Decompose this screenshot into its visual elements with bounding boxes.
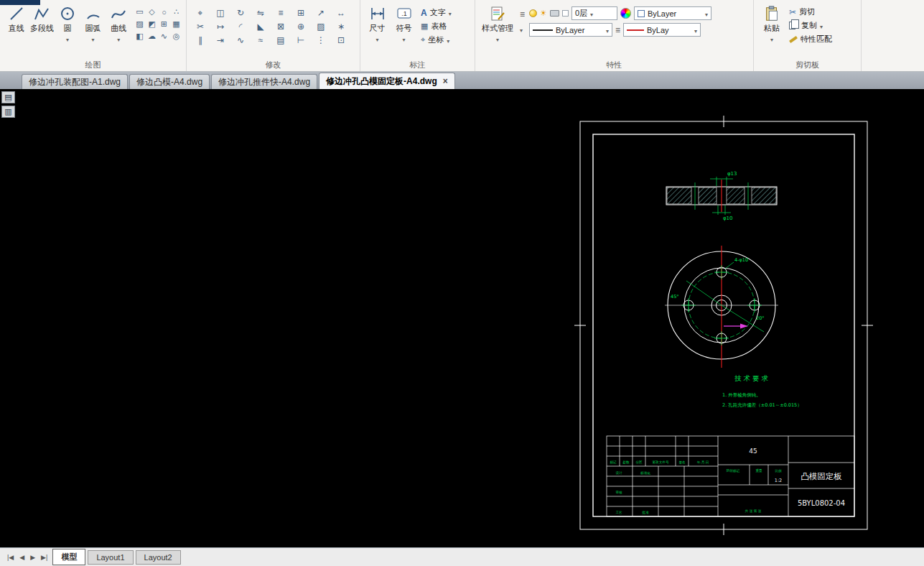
next-sheet-button[interactable]: ▶: [27, 554, 38, 561]
ribbon-group-label-annotate: 标注: [360, 60, 475, 70]
layer-lock-icon[interactable]: [562, 10, 569, 17]
rectangle-icon[interactable]: ▭: [134, 6, 146, 18]
spline-edit-icon[interactable]: ≈: [251, 33, 271, 47]
spline-tool-button[interactable]: 曲线: [106, 2, 131, 43]
table-tool-button[interactable]: ▦ 表格: [421, 21, 452, 32]
trim-icon[interactable]: ✂: [190, 19, 210, 33]
coordinate-tool-button[interactable]: ⌖ 坐标: [421, 34, 452, 45]
erase-icon[interactable]: ▨: [311, 19, 331, 33]
chevron-down-icon[interactable]: [402, 34, 405, 43]
symbol-icon: .1: [396, 5, 413, 22]
title-block-tool-icon[interactable]: ▥: [1, 106, 15, 118]
sketch-icon[interactable]: ∿: [158, 30, 170, 42]
join-icon[interactable]: ⊕: [291, 19, 311, 33]
move-icon[interactable]: ⌖: [190, 6, 210, 19]
measure-icon[interactable]: ⊢: [291, 33, 311, 47]
copy-button[interactable]: 复制: [789, 20, 832, 31]
region-icon[interactable]: ◧: [134, 30, 146, 42]
hatch-edit-icon[interactable]: ▤: [271, 33, 291, 47]
sheet-tab-layout2[interactable]: Layout2: [136, 550, 181, 565]
polyline-edit-icon[interactable]: ∿: [230, 33, 251, 47]
align-icon[interactable]: ∥: [190, 33, 210, 47]
object-properties-icon[interactable]: ≡: [520, 9, 525, 19]
mirror-icon[interactable]: ⇋: [251, 6, 271, 19]
layer-select[interactable]: 0层: [571, 6, 617, 20]
chevron-down-icon[interactable]: [496, 34, 499, 43]
line-tool-button[interactable]: 直线: [4, 2, 29, 34]
explode-icon[interactable]: ∗: [331, 19, 351, 33]
ellipse-icon[interactable]: ○: [158, 6, 170, 18]
stretch-icon[interactable]: ↔: [331, 6, 351, 19]
paste-button[interactable]: 粘贴: [757, 2, 786, 43]
rev-header-2: 处数: [622, 460, 630, 465]
hatch-icon[interactable]: ▨: [134, 18, 146, 30]
chevron-down-icon[interactable]: [375, 34, 378, 43]
cut-button[interactable]: ✂ 剪切: [789, 6, 832, 17]
chevron-down-icon[interactable]: [117, 34, 120, 43]
style-manager-button[interactable]: 样式管理: [479, 2, 516, 43]
sheet-tab-layout1[interactable]: Layout1: [88, 550, 133, 565]
linetype-sample: [533, 29, 553, 31]
drawing-canvas[interactable]: ▤▥: [0, 89, 924, 547]
chevron-down-icon[interactable]: [520, 22, 525, 35]
table-icon[interactable]: ▦: [170, 18, 182, 30]
text-tool-button[interactable]: A 文字: [421, 7, 452, 18]
array-icon[interactable]: ⊞: [291, 6, 311, 19]
color-select[interactable]: ByLayer: [634, 6, 711, 20]
color-wheel-icon[interactable]: [620, 8, 631, 19]
group-icon[interactable]: ⊡: [331, 33, 351, 47]
copy-label: 复制: [801, 20, 817, 31]
chevron-down-icon[interactable]: [447, 36, 449, 45]
paper-setup-icon[interactable]: ▤: [1, 91, 15, 103]
layer-on-icon[interactable]: [529, 9, 537, 17]
file-tab[interactable]: 修边冲孔推件快-A4.dwg: [211, 74, 317, 89]
file-tab-active[interactable]: 修边冲孔凸模固定板-A4.dwg ×: [319, 73, 455, 89]
match-properties-button[interactable]: 特性匹配: [789, 34, 832, 45]
polyline-tool-button[interactable]: 多段线: [29, 2, 55, 34]
chevron-down-icon[interactable]: [449, 9, 452, 17]
chevron-down-icon[interactable]: [66, 34, 69, 43]
polygon-icon[interactable]: ◇: [146, 6, 158, 18]
copy-icon[interactable]: ◫: [210, 6, 230, 19]
circle-tool-label: 圆: [63, 23, 71, 34]
arc-tool-button[interactable]: 圆弧: [80, 2, 106, 43]
chamfer-icon[interactable]: ◣: [251, 19, 271, 33]
chevron-down-icon[interactable]: [770, 34, 773, 43]
linetype-select[interactable]: ByLayer: [529, 23, 612, 37]
go-first-sheet-button[interactable]: |◀: [4, 554, 17, 561]
lineweight-select[interactable]: ByLay: [623, 23, 701, 37]
linetype-row: ByLayer ≡ ByLay: [529, 23, 711, 37]
chevron-down-icon[interactable]: [92, 34, 95, 43]
sheet-tab-model[interactable]: 模型: [52, 549, 85, 565]
previous-sheet-button[interactable]: ◀: [17, 554, 27, 561]
revision-cloud-icon[interactable]: ☁: [146, 30, 158, 42]
circle-tool-button[interactable]: 圆: [55, 2, 80, 43]
offset-icon[interactable]: ≡: [271, 6, 291, 19]
point-icon[interactable]: ∴: [170, 6, 182, 18]
fillet-icon[interactable]: ◜: [230, 19, 251, 33]
chevron-down-icon[interactable]: [820, 22, 823, 30]
symbol-tool-button[interactable]: .1 符号: [391, 2, 417, 43]
lengthen-icon[interactable]: ⇥: [210, 33, 230, 47]
text-icon: A: [421, 8, 427, 18]
lineweight-list-icon[interactable]: ≡: [615, 25, 620, 35]
extend-icon[interactable]: ↦: [210, 19, 230, 33]
donut-icon[interactable]: ◎: [170, 30, 182, 42]
break-icon[interactable]: ⊠: [271, 19, 291, 33]
close-tab-icon[interactable]: ×: [443, 76, 448, 86]
block-icon[interactable]: ⊞: [158, 18, 170, 30]
divide-icon[interactable]: ⋮: [311, 33, 331, 47]
rotate-icon[interactable]: ↻: [230, 6, 251, 19]
layer-plot-icon[interactable]: [550, 10, 559, 17]
polyline-tool-label: 多段线: [30, 23, 54, 34]
gradient-icon[interactable]: ◩: [146, 18, 158, 30]
go-last-sheet-button[interactable]: ▶|: [38, 554, 50, 561]
file-tab[interactable]: 修边冲孔装配图-A1.dwg: [22, 74, 128, 89]
ribbon-group-label-clipboard: 剪切板: [754, 60, 861, 70]
file-tab[interactable]: 修边凸模-A4.dwg: [129, 74, 210, 89]
dim-label-bolt-holes: 4-φ10: [734, 257, 748, 263]
cad-drawing: φ13 φ10: [0, 89, 924, 547]
layer-freeze-icon[interactable]: ☀: [540, 9, 547, 17]
scale-icon[interactable]: ↗: [311, 6, 331, 19]
dimension-tool-button[interactable]: 尺寸: [364, 2, 391, 43]
